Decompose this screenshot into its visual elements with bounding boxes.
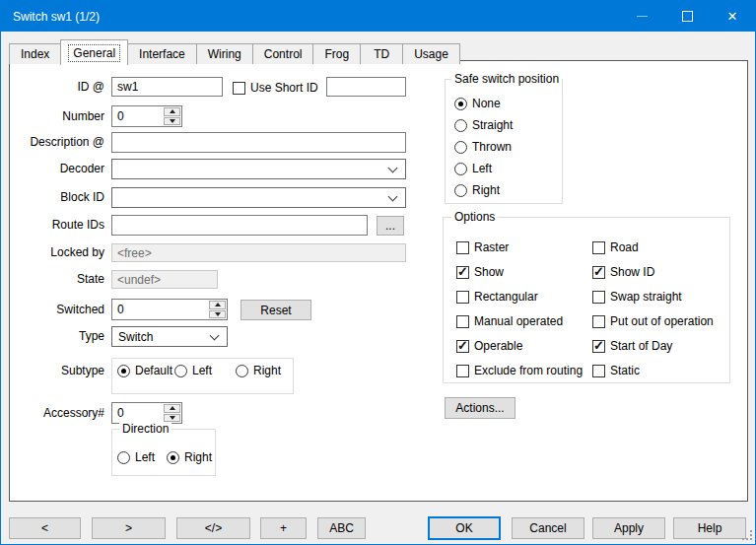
chevron-down-icon	[388, 192, 398, 202]
maximize-button[interactable]	[664, 1, 710, 32]
option-exclude-from-routing-checkbox[interactable]: Exclude from routing	[456, 364, 583, 377]
number-spinner[interactable]: 0	[111, 105, 182, 127]
subtype-radio-right[interactable]: Right	[236, 364, 281, 377]
tab-wiring[interactable]: Wiring	[196, 43, 253, 64]
route-ids-label: Route IDs	[10, 215, 104, 236]
tab-td[interactable]: TD	[360, 43, 403, 64]
description-label: Description @	[10, 132, 104, 153]
resize-grip[interactable]	[741, 529, 753, 541]
safe-position-radio-thrown[interactable]: Thrown	[454, 140, 512, 154]
use-short-id-checkbox[interactable]: Use Short ID	[233, 81, 318, 95]
block-id-combobox[interactable]	[111, 187, 406, 208]
subtype-label: Subtype	[10, 364, 104, 377]
option-start-of-day-checkbox[interactable]: Start of Day	[592, 339, 672, 353]
tab-usage[interactable]: Usage	[402, 43, 460, 64]
abc-button[interactable]: ABC	[317, 517, 366, 539]
spin-up-button[interactable]	[164, 404, 180, 413]
add-button[interactable]: +	[260, 517, 307, 539]
arrow-down-icon	[215, 312, 221, 316]
spin-up-button[interactable]	[164, 107, 180, 116]
help-button[interactable]: Help	[673, 517, 746, 539]
switched-spinner[interactable]: 0	[111, 299, 228, 320]
tab-frog[interactable]: Frog	[312, 43, 361, 64]
subtype-radio-left[interactable]: Left	[174, 364, 212, 377]
nav-prev-button[interactable]: <	[9, 517, 81, 539]
option-put-out-of-operation-checkbox[interactable]: Put out of operation	[592, 314, 714, 328]
state-field	[111, 270, 218, 289]
chevron-down-icon	[210, 331, 220, 341]
minimize-button[interactable]	[619, 1, 664, 32]
window-title: Switch sw1 (1/2)	[13, 10, 100, 24]
subtype-radio-default[interactable]: Default	[117, 364, 172, 377]
id-input[interactable]	[111, 77, 223, 97]
options-group-title: Options	[451, 210, 498, 224]
tab-index[interactable]: Index	[9, 43, 61, 64]
checkbox-box	[233, 82, 245, 95]
safe-position-radio-none[interactable]: None	[454, 97, 501, 110]
option-swap-straight-checkbox[interactable]: Swap straight	[592, 290, 682, 304]
accessory-spinner[interactable]: 0	[111, 402, 182, 424]
tab-general[interactable]: General	[60, 39, 128, 65]
safe-position-radio-right[interactable]: Right	[454, 183, 500, 197]
option-static-checkbox[interactable]: Static	[592, 364, 640, 377]
spin-up-button[interactable]	[209, 301, 226, 309]
arrow-up-icon	[170, 109, 175, 113]
safe-position-radio-straight[interactable]: Straight	[454, 118, 513, 132]
option-road-checkbox[interactable]: Road	[592, 240, 639, 254]
apply-button[interactable]: Apply	[592, 517, 665, 539]
switch-properties-dialog: Switch sw1 (1/2) ✕ Index General Interfa…	[0, 0, 756, 545]
minimize-icon	[637, 16, 648, 17]
locked-by-field	[111, 243, 406, 262]
option-operable-checkbox[interactable]: Operable	[456, 339, 522, 353]
accessory-label: Accessory#	[10, 402, 104, 424]
window-controls: ✕	[619, 1, 755, 32]
close-button[interactable]: ✕	[710, 1, 755, 32]
short-id-input[interactable]	[326, 77, 406, 97]
tab-control[interactable]: Control	[252, 43, 314, 64]
spin-down-button[interactable]	[164, 117, 180, 126]
tab-interface[interactable]: Interface	[127, 43, 197, 64]
arrow-down-icon	[170, 416, 175, 420]
block-id-label: Block ID	[10, 187, 104, 208]
decoder-label: Decoder	[10, 159, 104, 179]
reset-button[interactable]: Reset	[241, 300, 311, 320]
spin-down-button[interactable]	[209, 310, 226, 319]
cancel-button[interactable]: Cancel	[512, 517, 584, 539]
option-raster-checkbox[interactable]: Raster	[456, 240, 509, 254]
arrow-down-icon	[170, 119, 175, 123]
option-rectangular-checkbox[interactable]: Rectangular	[456, 290, 538, 304]
switched-label: Switched	[10, 299, 104, 320]
description-input[interactable]	[111, 132, 406, 153]
general-tab-panel: ID @ Use Short ID Number 0 Description @…	[9, 60, 748, 502]
ok-button[interactable]: OK	[428, 516, 501, 540]
maximize-icon	[682, 11, 693, 22]
safe-position-radio-left[interactable]: Left	[454, 162, 492, 175]
chevron-down-icon	[388, 164, 398, 173]
spin-down-button[interactable]	[164, 414, 180, 423]
option-show-checkbox[interactable]: Show	[456, 265, 504, 279]
state-label: State	[10, 270, 104, 289]
type-label: Type	[10, 326, 104, 347]
route-ids-input[interactable]	[111, 215, 368, 236]
actions-button[interactable]: Actions...	[445, 397, 515, 419]
id-label: ID @	[10, 77, 104, 97]
arrow-up-icon	[215, 303, 221, 307]
route-ids-browse-button[interactable]: ...	[377, 216, 404, 236]
nav-next-button[interactable]: >	[92, 517, 166, 539]
close-icon: ✕	[727, 10, 738, 23]
tab-bar: Index General Interface Wiring Control F…	[9, 35, 460, 64]
option-show-id-checkbox[interactable]: Show ID	[592, 265, 654, 279]
xml-button[interactable]: </>	[176, 517, 250, 539]
direction-radio-right[interactable]: Right	[167, 450, 212, 464]
decoder-combobox[interactable]	[111, 159, 406, 179]
type-combobox[interactable]: Switch	[111, 326, 228, 347]
direction-radio-left[interactable]: Left	[117, 450, 155, 464]
number-label: Number	[10, 105, 104, 127]
safe-switch-position-title: Safe switch position	[451, 72, 562, 86]
option-manual-operated-checkbox[interactable]: Manual operated	[456, 314, 563, 328]
arrow-up-icon	[170, 406, 175, 410]
direction-group-title: Direction	[119, 422, 172, 436]
locked-by-label: Locked by	[10, 243, 104, 262]
